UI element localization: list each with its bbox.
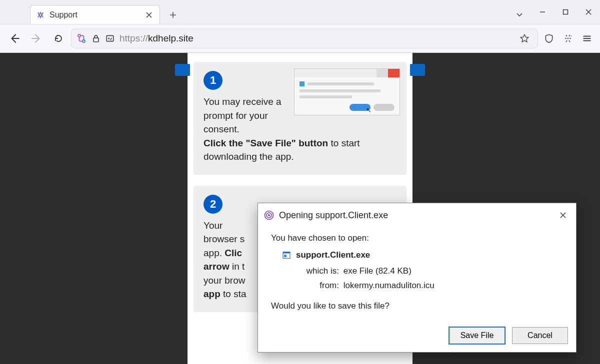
- step-2-text: Your browser s app. Clic arrow in t your…: [204, 219, 251, 301]
- svg-point-5: [108, 37, 110, 39]
- cancel-button[interactable]: Cancel: [512, 327, 568, 344]
- svg-rect-4: [106, 35, 114, 41]
- dialog-header: Opening support.Client.exe: [258, 203, 576, 226]
- dialog-file-row: support.Client.exe: [282, 250, 563, 260]
- svg-rect-12: [284, 255, 286, 257]
- step-number-badge: 2: [204, 195, 222, 214]
- step-number-badge: 1: [204, 71, 222, 90]
- svg-rect-3: [94, 38, 98, 42]
- url-input[interactable]: https://kdhelp.site: [71, 28, 538, 48]
- window-close-button[interactable]: [577, 2, 600, 21]
- dialog-chosen-label: You have chosen to open:: [271, 233, 563, 243]
- browser-tab[interactable]: Support: [30, 5, 160, 24]
- site-identity-icon[interactable]: [76, 33, 86, 43]
- dialog-question: Would you like to save this file?: [271, 301, 563, 311]
- svg-point-9: [268, 214, 270, 216]
- tracking-protection-button[interactable]: [541, 30, 557, 46]
- extensions-button[interactable]: [560, 30, 576, 46]
- tab-list-dropdown[interactable]: [508, 5, 531, 24]
- svg-point-1: [78, 34, 80, 37]
- dialog-footer: Save File Cancel: [258, 322, 576, 352]
- dialog-meta: which is: exe File (82.4 KB) from: loker…: [300, 264, 563, 293]
- tab-strip: Support: [0, 0, 508, 24]
- dialog-body: You have chosen to open: support.Client.…: [258, 226, 576, 322]
- nav-back-button[interactable]: [5, 29, 24, 48]
- decorative-strip: [175, 64, 190, 76]
- window-minimize-button[interactable]: [531, 2, 554, 21]
- bookmark-star-button[interactable]: [516, 30, 532, 46]
- window-controls: [531, 0, 600, 24]
- file-icon: [282, 251, 291, 260]
- page-viewport: 1 ↖: [0, 53, 600, 364]
- window-titlebar: Support: [0, 0, 600, 24]
- svg-point-2: [82, 40, 85, 42]
- svg-point-6: [568, 38, 568, 39]
- tab-title: Support: [50, 10, 140, 19]
- new-tab-button[interactable]: [164, 6, 182, 24]
- svg-rect-11: [283, 252, 290, 254]
- dialog-close-button[interactable]: [556, 208, 570, 222]
- tab-close-button[interactable]: [144, 10, 154, 19]
- dialog-title: Opening support.Client.exe: [279, 210, 551, 221]
- app-menu-button[interactable]: [579, 30, 595, 46]
- tab-favicon-icon: [36, 11, 44, 19]
- nav-reload-button[interactable]: [49, 29, 68, 48]
- dialog-illustration: ↖: [294, 69, 400, 115]
- dialog-file-name: support.Client.exe: [296, 250, 370, 260]
- window-maximize-button[interactable]: [554, 2, 577, 21]
- app-icon: [264, 210, 274, 220]
- decorative-strip: [410, 64, 425, 76]
- save-file-button[interactable]: Save File: [449, 327, 505, 344]
- address-bar: https://kdhelp.site: [0, 24, 600, 53]
- permissions-icon[interactable]: [106, 34, 114, 43]
- step-card-1: 1 ↖: [194, 62, 406, 175]
- lock-icon[interactable]: [92, 34, 100, 43]
- dialog-file-type: exe File (82.4 KB): [344, 266, 412, 276]
- dialog-file-source: lokermy.numaduliton.icu: [344, 281, 434, 290]
- download-dialog: Opening support.Client.exe You have chos…: [258, 203, 576, 353]
- nav-forward-button[interactable]: [27, 29, 46, 48]
- svg-rect-0: [564, 10, 568, 14]
- url-text: https://kdhelp.site: [120, 33, 512, 44]
